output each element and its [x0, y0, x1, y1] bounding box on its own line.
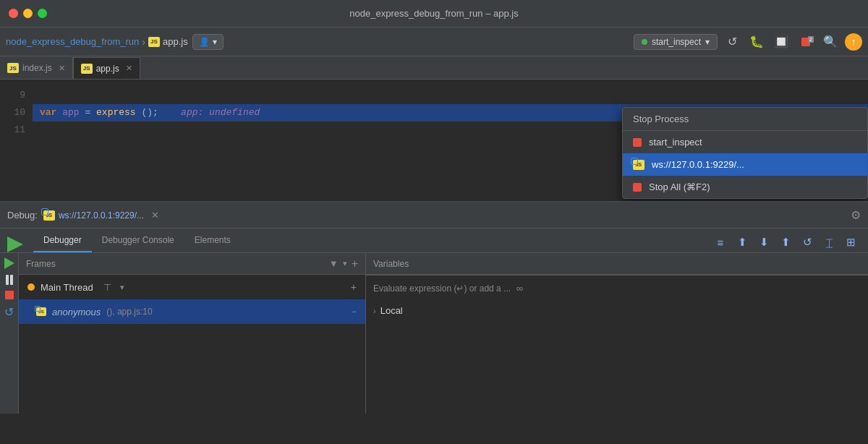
- breadcrumb: node_express_debug_from_run › JS app.js: [6, 36, 188, 48]
- eval-input-container[interactable]: Evaluate expression (↵) or add a ... ∞: [366, 275, 868, 301]
- dropdown-item-start-inspect[interactable]: start_inspect: [623, 131, 867, 153]
- infinity-icon: ∞: [516, 283, 523, 294]
- step-down-button[interactable]: ⬇: [754, 232, 774, 252]
- run-config-label: start_inspect: [652, 37, 701, 47]
- chevron-icon: ▾: [213, 37, 217, 47]
- debug-body: ↺ Frames ▼ ▾ + Main Thread ⊤ ▾ +: [0, 253, 868, 414]
- maximize-button[interactable]: [38, 9, 47, 18]
- person-button[interactable]: 👤 ▾: [192, 34, 224, 50]
- line-num-10: 10: [0, 104, 25, 121]
- rerun-button[interactable]: ↺: [722, 32, 742, 52]
- step-out-button[interactable]: ⬆: [775, 232, 796, 252]
- js-icon: JS: [148, 37, 160, 47]
- variables-header-label: Variables: [373, 259, 409, 269]
- tab-js-icon: JS: [7, 63, 19, 73]
- side-pause-button[interactable]: [6, 275, 13, 285]
- tab-index-js[interactable]: JS index.js ✕: [0, 57, 73, 79]
- debug-button[interactable]: 🐛: [746, 32, 767, 52]
- tab-elements-label: Elements: [195, 235, 231, 245]
- dropdown-header: Stop Process: [623, 108, 867, 131]
- tab-debugger-label: Debugger: [43, 235, 82, 245]
- filter-funnel-icon[interactable]: ⊤: [103, 282, 111, 293]
- tab-app-js[interactable]: JS app.js ✕: [73, 57, 140, 79]
- gear-icon[interactable]: ⚙: [851, 208, 861, 222]
- main-toolbar: node_express_debug_from_run › JS app.js …: [0, 27, 868, 56]
- tab-elements[interactable]: Elements: [184, 229, 241, 252]
- fn-express: express: [96, 107, 136, 118]
- dropdown-label-ws: ws://127.0.0.1:9229/...: [652, 159, 744, 170]
- anonymous-frame-item[interactable]: JS anonymous (), app.js:10 −: [19, 299, 365, 324]
- side-rerun-button[interactable]: ↺: [4, 305, 14, 319]
- tab-label-index: index.js: [22, 63, 52, 73]
- dropdown-label-start-inspect: start_inspect: [649, 137, 702, 148]
- play-button[interactable]: [7, 236, 23, 252]
- filter-icon[interactable]: ▼: [329, 258, 339, 269]
- tab-debugger-console-label: Debugger Console: [102, 235, 174, 245]
- editor-area: 9 10 11 var app = express (); app: undef…: [0, 80, 868, 201]
- grid-button[interactable]: ⊞: [841, 232, 861, 252]
- tab-close-app[interactable]: ✕: [126, 64, 132, 73]
- main-thread-label: Main Thread: [41, 282, 93, 293]
- debug-toolbar: ≡ ⬆ ⬇ ⬆ ↺ ⌶ ⊞: [710, 232, 861, 252]
- dropdown-arrow: ▾: [705, 37, 710, 47]
- code-content-9: [40, 87, 46, 104]
- step-up-button[interactable]: ⬆: [732, 232, 752, 252]
- search-button[interactable]: 🔍: [820, 32, 841, 52]
- side-stop-button[interactable]: [5, 291, 14, 299]
- project-name: node_express_debug_from_run: [6, 36, 139, 47]
- chevron-right-icon: ›: [373, 307, 376, 315]
- debug-session[interactable]: JS ws://127.0.0.1:9229/...: [43, 210, 144, 221]
- frames-panel: Frames ▼ ▾ + Main Thread ⊤ ▾ + JS a: [19, 253, 366, 414]
- add-thread-icon[interactable]: +: [351, 281, 357, 293]
- tab-bar: JS index.js ✕ JS app.js ✕: [0, 56, 868, 80]
- ws-js-icon: JS: [633, 160, 644, 170]
- frame-location: (), app.js:10: [106, 307, 152, 317]
- debug-session-close[interactable]: ✕: [151, 210, 159, 221]
- debug-panel: Debug: JS ws://127.0.0.1:9229/... ✕ ⚙ De…: [0, 201, 868, 414]
- play-button-container: [7, 236, 29, 252]
- thread-dropdown-icon[interactable]: ▾: [120, 283, 124, 292]
- coverage-button[interactable]: 🔲: [771, 32, 791, 52]
- dropdown-item-ws[interactable]: JS ws://127.0.0.1:9229/...: [623, 153, 867, 176]
- stop-button[interactable]: 2: [796, 32, 816, 52]
- local-section[interactable]: › Local: [366, 301, 868, 320]
- file-name: app.js: [163, 36, 188, 47]
- tab-label-app: app.js: [96, 64, 119, 74]
- code-content-10: var app = express (); app: undefined: [40, 104, 260, 121]
- variables-panel: Variables Evaluate expression (↵) or add…: [366, 253, 868, 414]
- frames-header: Frames ▼ ▾ +: [19, 253, 365, 275]
- cursor-button[interactable]: ⌶: [819, 232, 839, 252]
- debug-header: Debug: JS ws://127.0.0.1:9229/... ✕ ⚙: [0, 202, 868, 229]
- person-icon: 👤: [199, 37, 210, 47]
- tab-debugger[interactable]: Debugger: [33, 229, 92, 252]
- minimize-button[interactable]: [23, 9, 33, 18]
- window-title: node_express_debug_from_run – app.js: [349, 8, 518, 19]
- tab-debugger-console[interactable]: Debugger Console: [92, 229, 184, 252]
- tab-close-index[interactable]: ✕: [59, 64, 65, 73]
- variables-header: Variables: [366, 253, 868, 275]
- debug-session-name: ws://127.0.0.1:9229/...: [59, 210, 144, 221]
- close-button[interactable]: [9, 9, 18, 18]
- debug-session-icon: JS: [43, 210, 55, 221]
- minus-icon[interactable]: −: [352, 307, 357, 317]
- side-action-bar: ↺: [0, 253, 19, 414]
- side-play-button[interactable]: [4, 257, 14, 269]
- chevron-down-icon[interactable]: ▾: [343, 259, 347, 268]
- tab-js-icon-app: JS: [81, 64, 93, 74]
- keyword-var: var: [40, 107, 56, 118]
- notifications-button[interactable]: ↑: [845, 33, 862, 51]
- stop-red-icon: [633, 138, 642, 147]
- app-undefined-comment: app: undefined: [181, 107, 260, 118]
- lines-toggle-button[interactable]: ≡: [710, 232, 731, 252]
- window-controls: [9, 9, 47, 18]
- add-frame-icon[interactable]: +: [352, 257, 358, 270]
- dropdown-item-stop-all[interactable]: Stop All (⌘F2): [623, 176, 867, 198]
- main-thread-item[interactable]: Main Thread ⊤ ▾ +: [19, 275, 365, 299]
- debug-label: Debug:: [7, 210, 38, 221]
- line-numbers: 9 10 11: [0, 80, 33, 201]
- line-num-11: 11: [0, 121, 25, 139]
- run-config-dropdown: Stop Process start_inspect JS ws://127.0…: [622, 107, 868, 199]
- run-config-button[interactable]: start_inspect ▾: [634, 34, 718, 50]
- step-over-button[interactable]: ↺: [797, 232, 817, 252]
- dropdown-label-stop-all: Stop All (⌘F2): [649, 182, 710, 192]
